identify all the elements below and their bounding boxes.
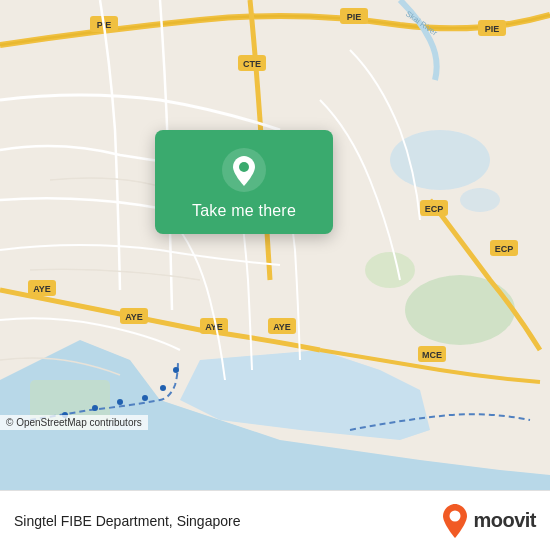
take-me-there-label: Take me there <box>192 202 296 220</box>
svg-text:PIE: PIE <box>485 24 500 34</box>
location-title: Singtel FIBE Department, Singapore <box>14 513 240 529</box>
svg-text:ECP: ECP <box>495 244 514 254</box>
svg-point-5 <box>405 275 515 345</box>
svg-point-3 <box>390 130 490 190</box>
map-container: PIE PIE PIE CTE AYE AYE AYE AYE ECP ECP … <box>0 0 550 490</box>
svg-text:PIE: PIE <box>347 12 362 22</box>
moovit-text: moovit <box>473 509 536 532</box>
map-attribution: © OpenStreetMap contributors <box>0 415 148 430</box>
moovit-logo: moovit <box>441 504 536 538</box>
svg-point-31 <box>92 405 98 411</box>
footer-bar: Singtel FIBE Department, Singapore moovi… <box>0 490 550 550</box>
svg-point-34 <box>160 385 166 391</box>
svg-text:MCE: MCE <box>422 350 442 360</box>
svg-point-6 <box>365 252 415 288</box>
svg-text:AYE: AYE <box>205 322 223 332</box>
location-card[interactable]: Take me there <box>155 130 333 234</box>
svg-point-32 <box>117 399 123 405</box>
location-pin-icon <box>222 148 266 192</box>
svg-text:AYE: AYE <box>125 312 143 322</box>
svg-point-39 <box>450 510 461 521</box>
svg-point-35 <box>173 367 179 373</box>
svg-point-38 <box>239 162 249 172</box>
svg-point-33 <box>142 395 148 401</box>
svg-text:AYE: AYE <box>33 284 51 294</box>
svg-text:CTE: CTE <box>243 59 261 69</box>
moovit-pin-icon <box>441 504 469 538</box>
svg-text:ECP: ECP <box>425 204 444 214</box>
svg-text:AYE: AYE <box>273 322 291 332</box>
svg-point-4 <box>460 188 500 212</box>
